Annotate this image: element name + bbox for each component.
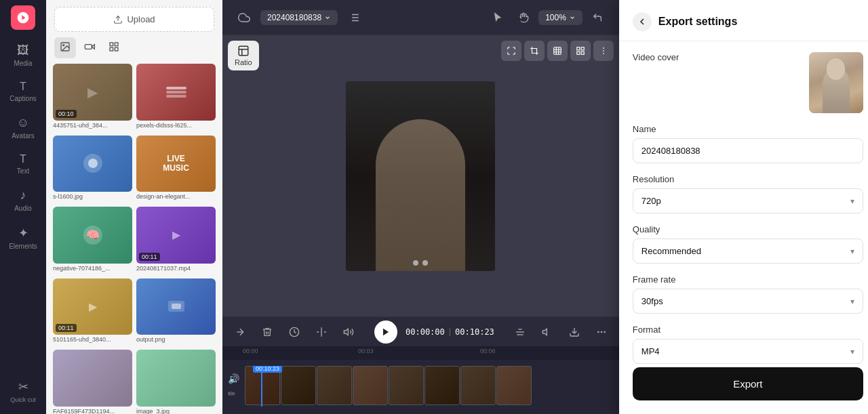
volume-button[interactable] bbox=[538, 323, 557, 341]
media-item-7[interactable]: ▶ 00:11 5101165-uhd_3840... bbox=[53, 278, 132, 346]
sidebar-item-avatars[interactable]: ☺ Avatars bbox=[3, 110, 43, 145]
more-toolbar-button[interactable] bbox=[592, 323, 611, 341]
media-item-2[interactable]: pexels-didsss-l625... bbox=[136, 64, 216, 131]
delete-button[interactable] bbox=[258, 323, 277, 341]
video-cover-label: Video cover bbox=[633, 52, 801, 62]
svg-point-36 bbox=[604, 331, 606, 333]
sidebar-item-quickcut[interactable]: ✂ Quick cut bbox=[3, 374, 43, 409]
media-item-4[interactable]: LIVEMUSIC design-an-elegant... bbox=[136, 136, 216, 203]
media-item-3[interactable]: s-l1600.jpg bbox=[53, 136, 132, 203]
sidebar-item-captions[interactable]: T Captions bbox=[3, 75, 43, 108]
media-item-5[interactable]: 🧠 negative-7074186_... bbox=[53, 207, 132, 274]
play-button[interactable] bbox=[374, 320, 397, 344]
svg-point-22 bbox=[603, 50, 604, 51]
export-button[interactable]: Export bbox=[633, 367, 863, 400]
timeline-clip-area[interactable]: 00:10:23 bbox=[245, 366, 614, 407]
ratio-button[interactable]: Ratio bbox=[228, 41, 259, 70]
svg-marker-32 bbox=[542, 329, 547, 335]
captions-icon: T bbox=[20, 81, 26, 93]
ts-0: 00:00 bbox=[243, 348, 258, 354]
resolution-select[interactable]: 720p ▾ bbox=[633, 188, 863, 213]
sidebar-item-media[interactable]: 🖼 Media bbox=[3, 38, 43, 73]
expand-button[interactable] bbox=[501, 41, 521, 61]
project-name[interactable]: 202408180838 bbox=[260, 10, 338, 25]
video-cover-thumbnail[interactable] bbox=[809, 52, 863, 113]
text-icon: T bbox=[20, 153, 26, 165]
media-duration-6: 00:11 bbox=[139, 253, 160, 261]
media-item-9[interactable]: FAF6159F473D1194... bbox=[53, 350, 132, 414]
svg-rect-3 bbox=[85, 45, 92, 49]
svg-marker-27 bbox=[344, 329, 348, 335]
trim-button[interactable] bbox=[231, 323, 250, 341]
canvas-area: Ratio bbox=[222, 35, 619, 316]
canvas-video bbox=[346, 81, 495, 271]
edit-track-button[interactable]: ✏ bbox=[228, 388, 239, 399]
clip-8 bbox=[496, 366, 532, 405]
clip-4 bbox=[353, 366, 388, 405]
svg-point-35 bbox=[600, 331, 602, 333]
speed-button[interactable] bbox=[285, 323, 304, 341]
ts-1: 00:03 bbox=[358, 348, 374, 354]
media-grid: ▶ 00:10 4435751-uhd_384... pexels-didsss… bbox=[46, 64, 222, 414]
media-thumb-8 bbox=[136, 278, 216, 335]
zoom-control[interactable]: 100% bbox=[538, 10, 583, 25]
export-header: Export settings bbox=[619, 0, 868, 41]
avatars-icon: ☺ bbox=[17, 116, 29, 130]
timeline: 00:00 00:03 00:06 🔊 ✏ 00:10:23 bbox=[222, 346, 619, 414]
cursor-tool[interactable] bbox=[487, 7, 509, 28]
resolution-field-group: Resolution 720p ▾ bbox=[633, 174, 863, 213]
media-item-8[interactable]: output.png bbox=[136, 278, 216, 346]
top-bar-left: 202408180838 bbox=[233, 7, 365, 28]
sidebar-item-text[interactable]: T Text bbox=[3, 148, 43, 180]
svg-rect-17 bbox=[577, 47, 580, 50]
format-label: Format bbox=[633, 325, 863, 335]
name-field-group: Name bbox=[633, 124, 863, 163]
audio-button[interactable] bbox=[339, 323, 358, 341]
tab-video[interactable] bbox=[79, 37, 100, 58]
grid-button[interactable] bbox=[570, 41, 591, 61]
svg-rect-8 bbox=[115, 47, 118, 51]
time-display: 00:00:00 | 00:10:23 bbox=[406, 327, 494, 337]
timeline-side-controls: 🔊 ✏ bbox=[228, 373, 239, 399]
current-time: 00:00:00 bbox=[406, 327, 445, 337]
media-duration-7: 00:11 bbox=[56, 324, 77, 332]
svg-point-2 bbox=[63, 45, 64, 46]
sidebar-item-audio[interactable]: ♪ Audio bbox=[3, 183, 43, 218]
svg-rect-7 bbox=[110, 47, 113, 51]
media-item-6[interactable]: ▶ 00:11 202408171037.mp4 bbox=[136, 207, 216, 274]
media-thumb-10 bbox=[136, 350, 216, 407]
more-button[interactable] bbox=[593, 41, 614, 61]
quality-field-group: Quality Recommended ▾ bbox=[633, 224, 863, 264]
back-button[interactable] bbox=[633, 12, 652, 31]
quality-select[interactable]: Recommended ▾ bbox=[633, 239, 863, 264]
canvas-handle-left[interactable] bbox=[413, 260, 418, 266]
sidebar-item-media-label: Media bbox=[14, 60, 32, 67]
split-button[interactable] bbox=[312, 323, 331, 341]
undo-button[interactable] bbox=[587, 7, 608, 28]
export-button[interactable] bbox=[565, 323, 584, 341]
resolution-label: Resolution bbox=[633, 174, 863, 184]
crop-button[interactable] bbox=[524, 41, 545, 61]
name-input[interactable] bbox=[633, 138, 863, 163]
tab-image[interactable] bbox=[54, 37, 76, 58]
align-button[interactable] bbox=[511, 323, 530, 341]
frame-rate-select[interactable]: 30fps ▾ bbox=[633, 289, 863, 314]
list-icon[interactable] bbox=[343, 7, 365, 28]
sidebar-item-elements-label: Elements bbox=[9, 243, 37, 250]
volume-track-button[interactable]: 🔊 bbox=[228, 373, 239, 384]
canvas-handle-right[interactable] bbox=[422, 260, 428, 266]
hand-tool[interactable] bbox=[513, 7, 534, 28]
app-logo[interactable] bbox=[11, 5, 35, 30]
transform-button[interactable] bbox=[547, 41, 568, 61]
tab-layout[interactable] bbox=[103, 37, 125, 58]
clip-3 bbox=[317, 366, 352, 405]
media-item-1[interactable]: ▶ 00:10 4435751-uhd_384... bbox=[53, 64, 132, 131]
video-cover-thumb-inner bbox=[809, 52, 863, 113]
format-select[interactable]: MP4 ▾ bbox=[633, 339, 863, 364]
sidebar-item-elements[interactable]: ✦ Elements bbox=[3, 220, 43, 255]
ratio-icon bbox=[237, 45, 250, 57]
clip-7 bbox=[460, 366, 496, 405]
cloud-icon[interactable] bbox=[233, 7, 255, 28]
upload-button[interactable]: Upload bbox=[54, 7, 214, 32]
media-item-10[interactable]: image_3.jpg bbox=[136, 350, 216, 414]
